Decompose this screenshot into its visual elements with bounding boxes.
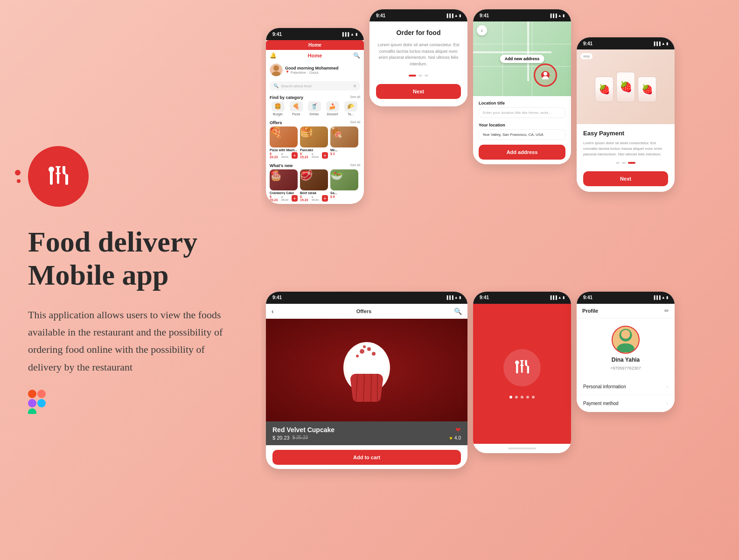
svg-point-16: [360, 349, 364, 354]
search-nav-icon[interactable]: 🔍: [353, 52, 360, 59]
order-notch: 9:41 ▐▐▐ ▲ ▮: [370, 9, 467, 21]
svg-rect-3: [56, 166, 61, 168]
home-indicator: [508, 448, 536, 449]
user-avatar: [270, 63, 283, 77]
cake-add-button[interactable]: +: [292, 195, 298, 202]
new-cranberry-cake[interactable]: 4.5 🎂 Cranberry Cake $ 20.23 $ 25.23 +: [270, 169, 298, 202]
phone-cupcake: 9:41 ▐▐▐ ▲ ▮ ‹ Offers 🔍: [266, 292, 467, 469]
app-description: This application allows users to view th…: [28, 306, 233, 376]
payment-next-button[interactable]: Next: [583, 171, 668, 186]
order-body: Order for food Lorem ipsum dolor sit ame…: [370, 21, 467, 106]
location-pin-icon: 📍: [285, 70, 290, 75]
profile-menu: Personal information › Payment method ›: [577, 378, 675, 412]
new-other[interactable]: 🥗 Sa... $ 8: [330, 169, 358, 202]
map-pin-inner: [541, 71, 550, 79]
drinks-icon: 🥤: [308, 101, 321, 112]
svg-point-18: [356, 355, 359, 357]
steak-add-button[interactable]: +: [322, 195, 328, 202]
svg-rect-5: [28, 390, 36, 398]
svg-rect-8: [28, 408, 36, 414]
search-offers-icon[interactable]: 🔍: [454, 308, 462, 315]
user-location: 📍 Palestine - Gaza: [285, 70, 339, 75]
phone-splash: 9:41 ▐▐▐ ▲ ▮: [473, 292, 571, 453]
menu-item-payment-method[interactable]: Payment method ›: [577, 395, 675, 412]
pizza-add-button[interactable]: +: [292, 152, 298, 159]
app-title: Food delivery Mobile app: [28, 225, 233, 292]
order-next-button[interactable]: Next: [376, 84, 461, 99]
splash-body: [473, 304, 571, 444]
category-burger[interactable]: 🍔 Burger: [270, 101, 286, 116]
map-notch: 9:41 ▐▐▐ ▲ ▮: [473, 9, 571, 21]
payment-status-icons: ▐▐▐ ▲ ▮: [653, 42, 668, 46]
splash-notch: 9:41 ▐▐▐ ▲ ▮: [473, 292, 571, 304]
home-header-bar: Home: [266, 40, 364, 50]
category-section-header: Find by category See all: [266, 93, 364, 101]
pancake-price: $ 15.23 $ 30.23 +: [300, 152, 328, 159]
cupcake-hero-image: [266, 319, 467, 421]
greeting-text-area: Good morning Mohammed 📍 Palestine - Gaza: [285, 66, 339, 75]
profile-phone: +970597762307: [610, 366, 641, 371]
svg-rect-1: [50, 171, 53, 185]
profile-header-bar: Profile ✏: [577, 304, 675, 318]
svg-point-11: [544, 72, 547, 76]
profile-avatar: [612, 326, 640, 354]
payment-dots: [583, 162, 668, 164]
loading-dot-3: [521, 396, 523, 399]
dots-indicator: [376, 75, 461, 77]
cupcake-info: Red Velvet Cupcake $ 20.23 $ 25.23 ❤ ★ 4…: [266, 421, 467, 445]
loading-dots: [509, 396, 535, 399]
heart-favorite-icon[interactable]: ❤: [455, 426, 461, 434]
filter-icon[interactable]: ⚙: [353, 84, 356, 88]
map-body: ‹ Add new address Location title Enter y…: [473, 21, 571, 164]
dot-1: [409, 75, 416, 77]
svg-rect-7: [28, 399, 36, 407]
pancake-add-button[interactable]: +: [322, 152, 328, 159]
category-drinks[interactable]: 🥤 Drinks: [306, 101, 322, 116]
other-new-image: 🥗: [330, 169, 358, 190]
star-icon: ★: [449, 435, 453, 441]
add-to-cart-button[interactable]: Add to cart: [272, 450, 461, 465]
order-status-icons: ▐▐▐ ▲ ▮: [446, 14, 461, 18]
logo-circle: [28, 146, 89, 207]
loading-dot-2: [515, 396, 518, 399]
svg-point-9: [37, 399, 46, 407]
pdot-2: [622, 162, 626, 164]
dot-3: [425, 75, 428, 77]
pizza-offer-image: 4.8 🍕: [270, 126, 298, 147]
category-pizza[interactable]: 🍕 Pizza: [288, 101, 304, 116]
back-arrow-icon[interactable]: ‹: [272, 308, 274, 315]
figma-icon: [28, 390, 52, 414]
svg-point-20: [363, 345, 366, 348]
cupcake-svg: [339, 333, 395, 407]
svg-point-31: [621, 329, 630, 338]
offers-nav-bar: ‹ Offers 🔍: [266, 304, 467, 319]
category-tacos[interactable]: 🌮 Ta...: [342, 101, 359, 116]
pdot-3: [628, 162, 635, 164]
offer-pancake[interactable]: 4.5 🥞 Pancake $ 15.23 $ 30.23 +: [300, 126, 328, 159]
splash-utensils-icon: [510, 357, 534, 378]
location-title-input[interactable]: Enter your location title like Home, wor…: [479, 107, 565, 118]
edit-icon[interactable]: ✏: [664, 308, 669, 314]
burger-icon: 🍔: [272, 101, 285, 112]
phone-profile: 9:41 ▐▐▐ ▲ ▮ Profile ✏ Dina Yahia +97059…: [577, 292, 675, 412]
skip-button[interactable]: skip: [580, 53, 593, 59]
figma-logo: [28, 390, 233, 414]
offers-section-header: Offers See all: [266, 118, 364, 126]
payment-description: Lorem ipsum dolor sit amet consectetur. …: [583, 140, 668, 157]
search-bar[interactable]: 🔍 Search about food ⚙: [270, 81, 360, 91]
splash-bottom: [473, 444, 571, 453]
payment-body: Easy Payment Lorem ipsum dolor sit amet …: [577, 124, 675, 192]
tacos-icon: 🌮: [344, 101, 357, 112]
category-dessert[interactable]: 🍰 Dessert: [324, 101, 341, 116]
home-nav: 🔔 Home 🔍: [266, 50, 364, 61]
add-address-button[interactable]: Add address: [479, 145, 565, 160]
bell-icon[interactable]: 🔔: [270, 52, 277, 59]
map-back-button[interactable]: ‹: [477, 25, 487, 35]
menu-item-personal-info[interactable]: Personal information ›: [577, 378, 675, 395]
other-offer-image: 🍖: [330, 126, 358, 147]
logo-dot-small: [17, 179, 21, 183]
new-beef-steak[interactable]: 4.4 🥩 Beef steak $ 15.23 $ 30.23 +: [300, 169, 328, 202]
offer-other[interactable]: 🍖 Me... $ 2: [330, 126, 358, 159]
profile-name: Dina Yahia: [612, 357, 640, 363]
offer-pizza[interactable]: 4.8 🍕 Pizza with Mash... $ 20.23 $ 25.23…: [270, 126, 298, 159]
